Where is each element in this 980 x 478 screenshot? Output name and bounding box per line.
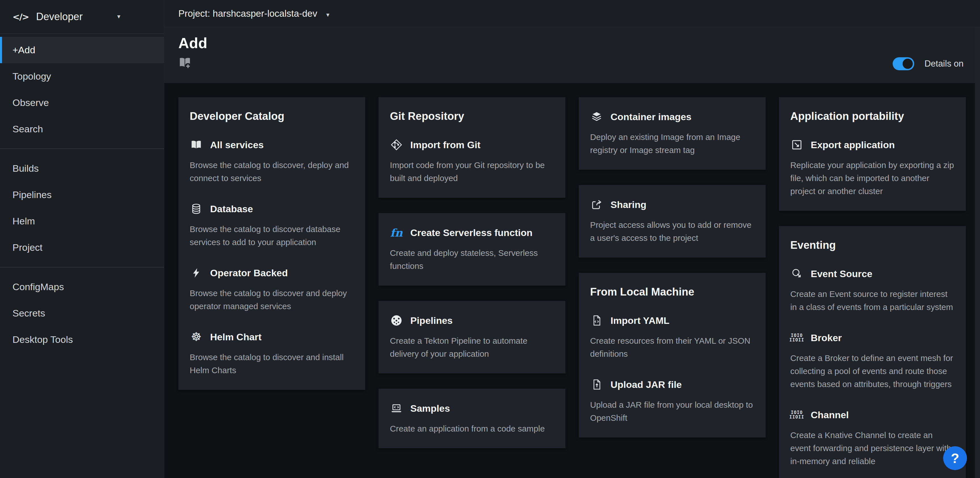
sidebar-item-observe[interactable]: Observe: [0, 89, 164, 116]
card-pipelines[interactable]: PipelinesCreate a Tekton Pipeline to aut…: [379, 301, 565, 373]
catalog-add-icon[interactable]: [178, 56, 191, 70]
add-item-link-export-application[interactable]: Export application: [790, 138, 955, 151]
add-item-pipelines: PipelinesCreate a Tekton Pipeline to aut…: [390, 314, 554, 360]
sidebar-item-helm[interactable]: Helm: [0, 208, 164, 234]
add-item-link-samples[interactable]: Samples: [390, 402, 554, 415]
add-item-description: Create resources from their YAML or JSON…: [590, 334, 754, 360]
add-item-description: Project access allows you to add or remo…: [590, 218, 754, 245]
sidebar-item-topology[interactable]: Topology: [0, 63, 164, 89]
card-samples[interactable]: SamplesCreate an application from a code…: [379, 389, 565, 448]
project-topbar: Project: harshcasper-localsta-dev ▼: [164, 0, 980, 27]
add-item-helm-chart: ☸Helm ChartBrowse the catalog to discove…: [190, 330, 354, 377]
add-item-link-pipelines[interactable]: Pipelines: [390, 314, 554, 327]
card-column-4: Application portabilityExport applicatio…: [779, 97, 966, 478]
add-item-label: Pipelines: [410, 315, 453, 326]
add-item-link-all-services[interactable]: All services: [190, 138, 354, 151]
sidebar-item-desktop-tools[interactable]: Desktop Tools: [0, 326, 164, 353]
app-window: </> Developer ▼ +AddTopologyObserveSearc…: [0, 0, 980, 478]
sidebar-item-builds[interactable]: Builds: [0, 155, 164, 182]
add-item-import-from-git: Import from GitImport code from your Git…: [390, 138, 554, 185]
details-toggle[interactable]: [892, 57, 914, 70]
add-item-label: Database: [210, 203, 253, 214]
add-item-description: Replicate your application by exporting …: [790, 159, 955, 198]
add-item-link-channel[interactable]: IOIOIIOIIChannel: [790, 408, 955, 421]
add-item-link-import-yaml[interactable]: Import YAML: [590, 314, 754, 327]
add-item-label: All services: [210, 140, 264, 151]
card-title: Developer Catalog: [190, 110, 354, 122]
add-item-label: Import YAML: [611, 315, 670, 326]
project-selector-label: Project: harshcasper-localsta-dev: [178, 8, 317, 19]
add-item-description: Create a Broker to define an event mesh …: [790, 352, 955, 391]
add-item-link-sharing[interactable]: Sharing: [590, 198, 754, 211]
add-item-label: Event Source: [811, 268, 872, 279]
share-icon: [590, 198, 603, 211]
page-title: Add: [178, 35, 964, 52]
add-item-link-event-source[interactable]: Event Source: [790, 267, 955, 280]
add-item-link-upload-jar-file[interactable]: Upload JAR file: [590, 378, 754, 391]
sidebar-item-pipelines[interactable]: Pipelines: [0, 182, 164, 208]
add-item-link-create-serverless-function[interactable]: fnCreate Serverless function: [390, 226, 554, 239]
sidebar: </> Developer ▼ +AddTopologyObserveSearc…: [0, 0, 164, 478]
toggle-knob: [903, 59, 913, 69]
add-item-sharing: SharingProject access allows you to add …: [590, 198, 754, 245]
add-item-container-images: Container imagesDeploy an existing Image…: [590, 110, 754, 157]
add-item-database: DatabaseBrowse the catalog to discover d…: [190, 202, 354, 249]
project-selector[interactable]: Project: harshcasper-localsta-dev ▼: [178, 8, 331, 19]
card-git-repository: Git RepositoryImport from GitImport code…: [379, 97, 565, 198]
git-icon: [390, 138, 403, 151]
perspective-switcher[interactable]: </> Developer ▼: [0, 0, 164, 34]
details-toggle-group: Details on: [892, 57, 964, 70]
add-item-link-import-from-git[interactable]: Import from Git: [390, 138, 554, 151]
perspective-label: Developer: [36, 11, 83, 23]
sidebar-item-configmaps[interactable]: ConfigMaps: [0, 274, 164, 300]
add-item-description: Upload a JAR file from your local deskto…: [590, 399, 754, 424]
card-container-images[interactable]: Container imagesDeploy an existing Image…: [579, 97, 765, 170]
add-item-label: Container images: [611, 111, 691, 122]
card-create-serverless-function[interactable]: fnCreate Serverless functionCreate and d…: [379, 213, 565, 286]
book-open-icon: [190, 138, 203, 151]
sidebar-item-project[interactable]: Project: [0, 234, 164, 261]
add-item-export-application: Export applicationReplicate your applica…: [790, 138, 955, 198]
database-icon: [190, 202, 203, 215]
add-page-content: Developer CatalogAll servicesBrowse the …: [164, 83, 980, 478]
fn-icon: fn: [390, 226, 403, 239]
add-item-link-container-images[interactable]: Container images: [590, 110, 754, 123]
card-developer-catalog: Developer CatalogAll servicesBrowse the …: [178, 97, 365, 390]
card-from-local-machine: From Local MachineImport YAMLCreate reso…: [579, 273, 765, 437]
sidebar-divider: [0, 148, 164, 149]
card-title: Application portability: [790, 110, 955, 122]
add-item-label: Helm Chart: [210, 332, 261, 343]
add-item-description: Create an Event source to register inter…: [790, 287, 955, 314]
card-sharing[interactable]: SharingProject access allows you to add …: [579, 185, 765, 257]
add-item-all-services: All servicesBrowse the catalog to discov…: [190, 138, 354, 185]
binary-icon: IOIOIIOII: [790, 331, 803, 344]
sidebar-item-add[interactable]: +Add: [0, 37, 164, 63]
add-item-link-broker[interactable]: IOIOIIOIIBroker: [790, 331, 955, 344]
add-item-description: Browse the catalog to discover, deploy a…: [190, 159, 354, 185]
add-item-import-yaml: Import YAMLCreate resources from their Y…: [590, 314, 754, 360]
add-item-label: Channel: [811, 410, 849, 421]
caret-down-icon: ▼: [317, 8, 331, 19]
add-item-label: Import from Git: [410, 140, 480, 151]
scrollbar[interactable]: [975, 27, 980, 478]
add-item-channel: IOIOIIOIIChannelCreate a Knative Channel…: [790, 408, 955, 468]
help-button-label: ?: [951, 451, 959, 466]
main-area: Project: harshcasper-localsta-dev ▼ Add …: [164, 0, 980, 478]
help-button[interactable]: ?: [943, 446, 967, 470]
details-toggle-label: Details on: [924, 59, 964, 69]
card-title: From Local Machine: [590, 286, 754, 298]
add-item-link-operator-backed[interactable]: Operator Backed: [190, 266, 354, 279]
add-item-description: Browse the catalog to discover and insta…: [190, 351, 354, 377]
add-item-operator-backed: Operator BackedBrowse the catalog to dis…: [190, 266, 354, 313]
add-item-samples: SamplesCreate an application from a code…: [390, 402, 554, 435]
sidebar-item-search[interactable]: Search: [0, 116, 164, 142]
upload-file-icon: [590, 378, 603, 391]
add-item-link-helm-chart[interactable]: ☸Helm Chart: [190, 330, 354, 343]
add-item-link-database[interactable]: Database: [190, 202, 354, 215]
add-item-label: Export application: [811, 140, 895, 151]
sidebar-item-secrets[interactable]: Secrets: [0, 300, 164, 326]
export-icon: [790, 138, 803, 151]
add-item-label: Broker: [811, 332, 842, 343]
sidebar-nav: +AddTopologyObserveSearchBuildsPipelines…: [0, 34, 164, 353]
bolt-icon: [190, 266, 203, 279]
